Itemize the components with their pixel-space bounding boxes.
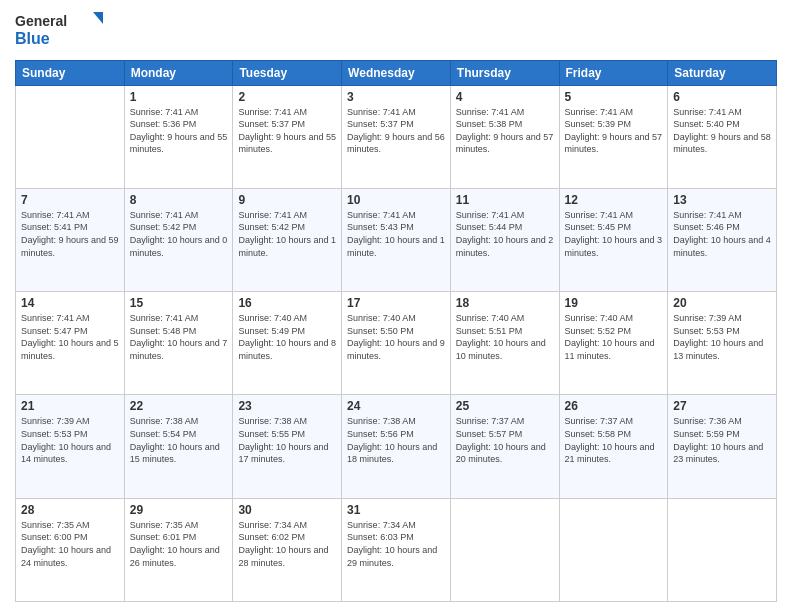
- calendar-cell: 17Sunrise: 7:40 AMSunset: 5:50 PMDayligh…: [342, 292, 451, 395]
- day-number: 22: [130, 399, 228, 413]
- weekday-header-tuesday: Tuesday: [233, 60, 342, 85]
- day-info: Sunrise: 7:40 AMSunset: 5:50 PMDaylight:…: [347, 312, 445, 362]
- day-number: 14: [21, 296, 119, 310]
- day-info: Sunrise: 7:41 AMSunset: 5:42 PMDaylight:…: [238, 209, 336, 259]
- day-info: Sunrise: 7:41 AMSunset: 5:43 PMDaylight:…: [347, 209, 445, 259]
- day-number: 17: [347, 296, 445, 310]
- calendar-cell: 15Sunrise: 7:41 AMSunset: 5:48 PMDayligh…: [124, 292, 233, 395]
- calendar-cell: 18Sunrise: 7:40 AMSunset: 5:51 PMDayligh…: [450, 292, 559, 395]
- calendar-cell: [559, 498, 668, 601]
- day-number: 15: [130, 296, 228, 310]
- day-info: Sunrise: 7:41 AMSunset: 5:37 PMDaylight:…: [238, 106, 336, 156]
- calendar-cell: 30Sunrise: 7:34 AMSunset: 6:02 PMDayligh…: [233, 498, 342, 601]
- calendar-cell: 24Sunrise: 7:38 AMSunset: 5:56 PMDayligh…: [342, 395, 451, 498]
- day-info: Sunrise: 7:41 AMSunset: 5:47 PMDaylight:…: [21, 312, 119, 362]
- calendar-cell: 14Sunrise: 7:41 AMSunset: 5:47 PMDayligh…: [16, 292, 125, 395]
- day-info: Sunrise: 7:37 AMSunset: 5:58 PMDaylight:…: [565, 415, 663, 465]
- day-number: 4: [456, 90, 554, 104]
- day-info: Sunrise: 7:39 AMSunset: 5:53 PMDaylight:…: [673, 312, 771, 362]
- day-number: 3: [347, 90, 445, 104]
- calendar-cell: 10Sunrise: 7:41 AMSunset: 5:43 PMDayligh…: [342, 188, 451, 291]
- calendar-cell: 13Sunrise: 7:41 AMSunset: 5:46 PMDayligh…: [668, 188, 777, 291]
- day-number: 26: [565, 399, 663, 413]
- calendar-cell: 23Sunrise: 7:38 AMSunset: 5:55 PMDayligh…: [233, 395, 342, 498]
- day-info: Sunrise: 7:41 AMSunset: 5:44 PMDaylight:…: [456, 209, 554, 259]
- calendar-cell: 29Sunrise: 7:35 AMSunset: 6:01 PMDayligh…: [124, 498, 233, 601]
- day-number: 23: [238, 399, 336, 413]
- day-info: Sunrise: 7:41 AMSunset: 5:37 PMDaylight:…: [347, 106, 445, 156]
- week-row-5: 28Sunrise: 7:35 AMSunset: 6:00 PMDayligh…: [16, 498, 777, 601]
- day-number: 8: [130, 193, 228, 207]
- calendar-cell: 16Sunrise: 7:40 AMSunset: 5:49 PMDayligh…: [233, 292, 342, 395]
- day-number: 21: [21, 399, 119, 413]
- day-info: Sunrise: 7:38 AMSunset: 5:56 PMDaylight:…: [347, 415, 445, 465]
- calendar-cell: 7Sunrise: 7:41 AMSunset: 5:41 PMDaylight…: [16, 188, 125, 291]
- day-info: Sunrise: 7:38 AMSunset: 5:54 PMDaylight:…: [130, 415, 228, 465]
- weekday-header-saturday: Saturday: [668, 60, 777, 85]
- day-info: Sunrise: 7:40 AMSunset: 5:51 PMDaylight:…: [456, 312, 554, 362]
- calendar-cell: 12Sunrise: 7:41 AMSunset: 5:45 PMDayligh…: [559, 188, 668, 291]
- calendar-cell: 21Sunrise: 7:39 AMSunset: 5:53 PMDayligh…: [16, 395, 125, 498]
- day-number: 24: [347, 399, 445, 413]
- page: General Blue SundayMondayTuesdayWednesda…: [0, 0, 792, 612]
- svg-text:Blue: Blue: [15, 30, 50, 47]
- logo-wrapper: General Blue: [15, 10, 105, 52]
- calendar-cell: 27Sunrise: 7:36 AMSunset: 5:59 PMDayligh…: [668, 395, 777, 498]
- calendar-table: SundayMondayTuesdayWednesdayThursdayFrid…: [15, 60, 777, 602]
- weekday-header-row: SundayMondayTuesdayWednesdayThursdayFrid…: [16, 60, 777, 85]
- day-number: 6: [673, 90, 771, 104]
- day-number: 10: [347, 193, 445, 207]
- day-info: Sunrise: 7:41 AMSunset: 5:36 PMDaylight:…: [130, 106, 228, 156]
- calendar-cell: 11Sunrise: 7:41 AMSunset: 5:44 PMDayligh…: [450, 188, 559, 291]
- day-info: Sunrise: 7:41 AMSunset: 5:45 PMDaylight:…: [565, 209, 663, 259]
- calendar-cell: 20Sunrise: 7:39 AMSunset: 5:53 PMDayligh…: [668, 292, 777, 395]
- week-row-1: 1Sunrise: 7:41 AMSunset: 5:36 PMDaylight…: [16, 85, 777, 188]
- week-row-4: 21Sunrise: 7:39 AMSunset: 5:53 PMDayligh…: [16, 395, 777, 498]
- day-info: Sunrise: 7:35 AMSunset: 6:00 PMDaylight:…: [21, 519, 119, 569]
- calendar-cell: [16, 85, 125, 188]
- day-number: 28: [21, 503, 119, 517]
- header: General Blue: [15, 10, 777, 52]
- week-row-2: 7Sunrise: 7:41 AMSunset: 5:41 PMDaylight…: [16, 188, 777, 291]
- day-info: Sunrise: 7:41 AMSunset: 5:38 PMDaylight:…: [456, 106, 554, 156]
- calendar-cell: 2Sunrise: 7:41 AMSunset: 5:37 PMDaylight…: [233, 85, 342, 188]
- day-info: Sunrise: 7:34 AMSunset: 6:03 PMDaylight:…: [347, 519, 445, 569]
- weekday-header-sunday: Sunday: [16, 60, 125, 85]
- calendar-cell: 31Sunrise: 7:34 AMSunset: 6:03 PMDayligh…: [342, 498, 451, 601]
- calendar-cell: 22Sunrise: 7:38 AMSunset: 5:54 PMDayligh…: [124, 395, 233, 498]
- logo: General Blue: [15, 10, 105, 52]
- calendar-cell: 19Sunrise: 7:40 AMSunset: 5:52 PMDayligh…: [559, 292, 668, 395]
- calendar-cell: 4Sunrise: 7:41 AMSunset: 5:38 PMDaylight…: [450, 85, 559, 188]
- day-info: Sunrise: 7:35 AMSunset: 6:01 PMDaylight:…: [130, 519, 228, 569]
- calendar-cell: 25Sunrise: 7:37 AMSunset: 5:57 PMDayligh…: [450, 395, 559, 498]
- day-number: 12: [565, 193, 663, 207]
- day-info: Sunrise: 7:41 AMSunset: 5:48 PMDaylight:…: [130, 312, 228, 362]
- day-info: Sunrise: 7:37 AMSunset: 5:57 PMDaylight:…: [456, 415, 554, 465]
- calendar-cell: [668, 498, 777, 601]
- day-number: 18: [456, 296, 554, 310]
- day-info: Sunrise: 7:40 AMSunset: 5:52 PMDaylight:…: [565, 312, 663, 362]
- day-info: Sunrise: 7:41 AMSunset: 5:42 PMDaylight:…: [130, 209, 228, 259]
- day-number: 11: [456, 193, 554, 207]
- calendar-cell: 3Sunrise: 7:41 AMSunset: 5:37 PMDaylight…: [342, 85, 451, 188]
- day-number: 5: [565, 90, 663, 104]
- day-number: 29: [130, 503, 228, 517]
- day-number: 27: [673, 399, 771, 413]
- logo-svg: General Blue: [15, 10, 105, 48]
- day-number: 19: [565, 296, 663, 310]
- day-info: Sunrise: 7:40 AMSunset: 5:49 PMDaylight:…: [238, 312, 336, 362]
- day-number: 13: [673, 193, 771, 207]
- weekday-header-monday: Monday: [124, 60, 233, 85]
- day-info: Sunrise: 7:41 AMSunset: 5:40 PMDaylight:…: [673, 106, 771, 156]
- calendar-cell: 1Sunrise: 7:41 AMSunset: 5:36 PMDaylight…: [124, 85, 233, 188]
- day-number: 31: [347, 503, 445, 517]
- calendar-cell: 28Sunrise: 7:35 AMSunset: 6:00 PMDayligh…: [16, 498, 125, 601]
- day-number: 30: [238, 503, 336, 517]
- calendar-cell: [450, 498, 559, 601]
- day-info: Sunrise: 7:41 AMSunset: 5:39 PMDaylight:…: [565, 106, 663, 156]
- day-info: Sunrise: 7:41 AMSunset: 5:41 PMDaylight:…: [21, 209, 119, 259]
- weekday-header-friday: Friday: [559, 60, 668, 85]
- day-number: 9: [238, 193, 336, 207]
- calendar-cell: 5Sunrise: 7:41 AMSunset: 5:39 PMDaylight…: [559, 85, 668, 188]
- day-info: Sunrise: 7:34 AMSunset: 6:02 PMDaylight:…: [238, 519, 336, 569]
